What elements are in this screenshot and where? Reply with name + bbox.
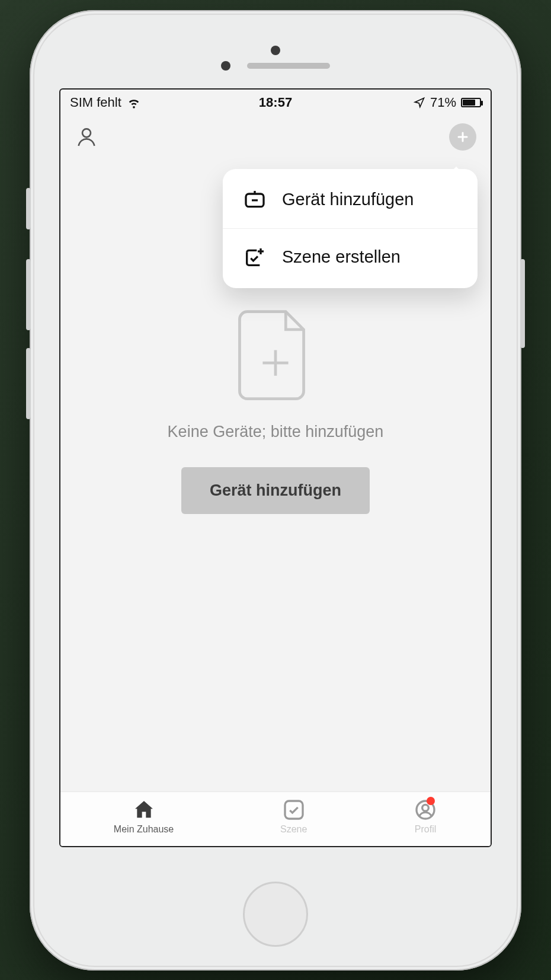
tab-profile-label: Profil: [415, 824, 436, 835]
plus-icon: [456, 130, 470, 144]
add-document-icon: [237, 307, 314, 401]
tab-home[interactable]: Mein Zuhause: [114, 798, 174, 835]
tab-scene-label: Szene: [280, 824, 307, 835]
scene-icon: [243, 245, 267, 269]
add-device-button[interactable]: Gerät hinzufügen: [181, 467, 370, 514]
earpiece-row: [221, 61, 330, 71]
status-left: SIM fehlt: [70, 95, 140, 110]
tab-profile[interactable]: Profil: [414, 798, 437, 835]
menu-create-scene[interactable]: Szene erstellen: [223, 228, 478, 286]
status-right: 71%: [414, 95, 481, 110]
notification-dot: [427, 797, 435, 805]
svg-point-12: [422, 805, 429, 811]
volume-down: [26, 348, 31, 419]
profile-icon[interactable]: [75, 125, 98, 149]
status-time: 18:57: [259, 95, 292, 110]
sensor-dot: [221, 61, 230, 71]
add-button[interactable]: [449, 123, 476, 151]
carrier-text: SIM fehlt: [70, 95, 121, 110]
tab-bar: Mein Zuhause Szene Profil: [60, 791, 491, 846]
screen: SIM fehlt 18:57 71%: [59, 88, 492, 847]
phone-frame: SIM fehlt 18:57 71%: [30, 10, 521, 971]
menu-create-scene-label: Szene erstellen: [282, 247, 401, 267]
svg-point-0: [82, 129, 91, 137]
volume-up: [26, 259, 31, 330]
tab-home-label: Mein Zuhause: [114, 824, 174, 835]
add-menu-popover: Gerät hinzufügen Szene erstellen: [223, 169, 478, 288]
header: [60, 116, 491, 158]
battery-pct: 71%: [430, 95, 456, 110]
mute-switch: [26, 188, 31, 229]
earpiece: [247, 63, 330, 69]
home-button[interactable]: [243, 882, 308, 947]
empty-text: Keine Geräte; bitte hinzufügen: [168, 423, 384, 441]
tab-scene[interactable]: Szene: [280, 798, 307, 835]
svg-rect-10: [285, 801, 303, 819]
location-icon: [414, 97, 425, 108]
menu-add-device[interactable]: Gerät hinzufügen: [223, 171, 478, 228]
checkbox-icon: [282, 798, 306, 822]
status-bar: SIM fehlt 18:57 71%: [60, 90, 491, 116]
front-camera-dot: [271, 46, 280, 55]
battery-icon: [461, 98, 481, 107]
home-icon: [132, 798, 156, 822]
device-icon: [243, 188, 267, 212]
wifi-icon: [127, 96, 140, 109]
menu-add-device-label: Gerät hinzufügen: [282, 190, 414, 209]
power-button: [520, 259, 525, 348]
